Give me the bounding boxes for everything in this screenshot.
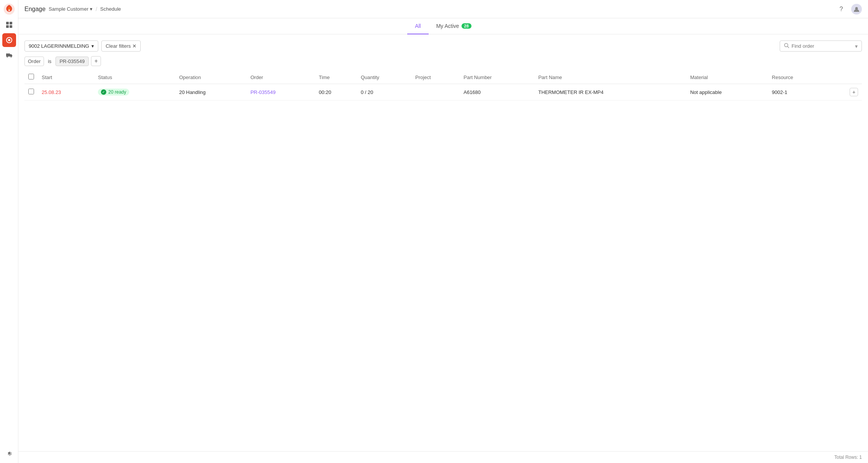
svg-rect-2 (10, 22, 12, 24)
sidebar-item-settings[interactable] (2, 446, 16, 460)
col-header-operation: Operation (175, 71, 246, 84)
svg-rect-4 (10, 25, 12, 28)
col-header-time: Time (315, 71, 357, 84)
row-material: Not applicable (686, 84, 768, 100)
col-header-order: Order (247, 71, 315, 84)
row-add-button[interactable]: + (850, 88, 858, 96)
app-logo[interactable] (3, 3, 15, 16)
col-header-project: Project (411, 71, 460, 84)
chevron-down-icon: ▾ (90, 6, 93, 12)
svg-rect-3 (6, 25, 9, 28)
total-rows-label: Total Rows: 1 (834, 455, 862, 460)
user-avatar[interactable] (851, 4, 862, 15)
customer-name: Sample Customer (49, 6, 88, 12)
svg-rect-1 (6, 22, 9, 24)
row-part-number: A61680 (460, 84, 534, 100)
topbar: Engage Sample Customer ▾ / Schedule ? (18, 0, 868, 18)
col-header-part-number: Part Number (460, 71, 534, 84)
col-header-part-name: Part Name (535, 71, 686, 84)
search-input[interactable] (792, 43, 853, 49)
svg-point-6 (8, 39, 10, 41)
row-operation: 20 Handling (175, 84, 246, 100)
select-all-header[interactable] (24, 71, 38, 84)
department-filter-value: 9002 LAGERINNMELDING (29, 43, 89, 49)
row-time: 00:20 (315, 84, 357, 100)
clear-filters-close-icon: ✕ (132, 43, 137, 49)
search-container[interactable]: ▾ (780, 40, 862, 52)
bottom-bar: Total Rows: 1 (18, 451, 868, 463)
status-check-icon: ✓ (101, 89, 106, 95)
order-filter-value: PR-035549 (55, 57, 89, 66)
clear-filters-label: Clear filters (106, 43, 131, 49)
col-header-material: Material (686, 71, 768, 84)
row-status-cell: ✓ 20 ready (94, 84, 175, 100)
row-project (411, 84, 460, 100)
tabs-bar: All My Active 28 (18, 18, 868, 34)
sidebar-item-delivery[interactable] (2, 49, 16, 62)
row-add-action[interactable]: + (828, 84, 862, 100)
col-header-quantity: Quantity (357, 71, 411, 84)
svg-line-11 (788, 47, 789, 48)
col-header-start: Start (38, 71, 94, 84)
row-order[interactable]: PR-035549 (247, 84, 315, 100)
topbar-right: ? (836, 4, 862, 15)
tab-all-label: All (415, 23, 421, 29)
row-select-checkbox[interactable] (28, 89, 34, 94)
svg-point-8 (10, 57, 11, 58)
tab-my-active-label: My Active (436, 23, 459, 29)
row-checkbox-cell[interactable] (24, 84, 38, 100)
select-all-checkbox[interactable] (28, 74, 34, 79)
filter-bar: 9002 LAGERINNMELDING ▾ Clear filters ✕ ▾ (24, 40, 862, 52)
breadcrumb-separator: / (96, 6, 97, 12)
row-quantity: 0 / 20 (357, 84, 411, 100)
orders-table: Start Status Operation Order Time Quanti… (24, 71, 862, 100)
app-title: Engage (24, 6, 46, 13)
order-filter-row: Order is PR-035549 + (24, 56, 862, 66)
order-link[interactable]: PR-035549 (250, 89, 276, 95)
status-label: 20 ready (108, 89, 126, 95)
search-dropdown-icon: ▾ (855, 43, 858, 49)
breadcrumb-schedule[interactable]: Schedule (100, 6, 121, 12)
order-filter-condition: is (46, 57, 53, 66)
department-filter-dropdown[interactable]: 9002 LAGERINNMELDING ▾ (24, 40, 98, 52)
customer-selector[interactable]: Sample Customer ▾ (49, 6, 93, 12)
col-header-resource: Resource (768, 71, 829, 84)
search-icon (784, 43, 789, 49)
table-header-row: Start Status Operation Order Time Quanti… (24, 71, 862, 84)
row-part-name: THERMOMETER IR EX-MP4 (535, 84, 686, 100)
svg-point-7 (7, 57, 8, 58)
row-resource: 9002-1 (768, 84, 829, 100)
main-content: Engage Sample Customer ▾ / Schedule ? Al… (18, 0, 868, 463)
status-badge: ✓ 20 ready (98, 89, 129, 96)
col-header-status: Status (94, 71, 175, 84)
col-header-actions (828, 71, 862, 84)
order-filter-label: Order (24, 57, 44, 66)
sidebar-item-grid[interactable] (2, 18, 16, 32)
tab-my-active[interactable]: My Active 28 (429, 18, 479, 34)
sidebar (0, 0, 18, 463)
add-filter-button[interactable]: + (91, 56, 101, 66)
sidebar-item-engage[interactable] (2, 33, 16, 47)
table-row: 25.08.23 ✓ 20 ready 20 Handling PR-03554… (24, 84, 862, 100)
row-start-date: 25.08.23 (38, 84, 94, 100)
dropdown-chevron-icon: ▾ (91, 43, 94, 49)
tab-my-active-badge: 28 (462, 23, 471, 29)
tab-all[interactable]: All (407, 18, 429, 34)
clear-filters-button[interactable]: Clear filters ✕ (101, 40, 141, 52)
help-button[interactable]: ? (836, 4, 847, 15)
content-area: 9002 LAGERINNMELDING ▾ Clear filters ✕ ▾ (18, 34, 868, 451)
